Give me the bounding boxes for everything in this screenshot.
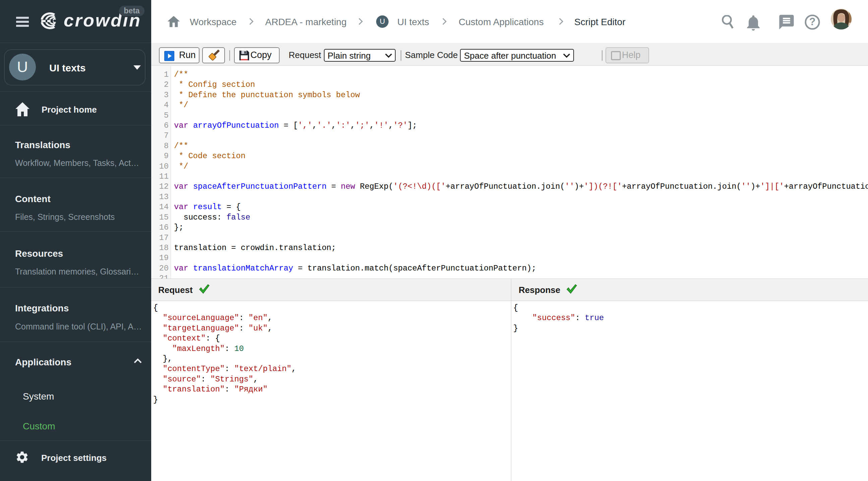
svg-text:?: ? [809, 16, 816, 27]
